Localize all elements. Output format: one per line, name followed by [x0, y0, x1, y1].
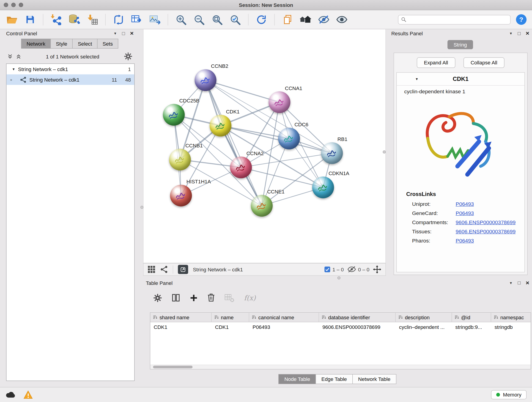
- add-column-plus-icon[interactable]: [190, 294, 198, 302]
- network-item-row[interactable]: ● String Network – cdk1 11 48: [6, 74, 134, 85]
- left-splitter-handle[interactable]: [140, 206, 143, 209]
- import-network-database-button[interactable]: [68, 13, 81, 26]
- network-node-rb1[interactable]: [321, 142, 343, 164]
- zoom-selected-button[interactable]: [229, 13, 242, 26]
- crosslink-link[interactable]: 9606.ENSP00000378699: [456, 228, 516, 235]
- zoom-window-button[interactable]: [19, 3, 23, 7]
- crosslink-link[interactable]: P06493: [456, 237, 474, 244]
- grid-view-icon[interactable]: [147, 265, 155, 273]
- close-panel-icon[interactable]: ×: [130, 30, 133, 36]
- tab-node-table[interactable]: Node Table: [279, 374, 316, 384]
- network-from-table-button[interactable]: [130, 13, 143, 26]
- float-panel-icon[interactable]: □: [122, 31, 125, 36]
- float-panel-icon[interactable]: □: [518, 280, 521, 286]
- share-network-icon[interactable]: [160, 265, 168, 273]
- home-view-button[interactable]: [299, 13, 312, 26]
- gene-expander-icon[interactable]: ▼: [415, 77, 418, 81]
- right-splitter-handle[interactable]: [383, 150, 386, 153]
- network-node-hist1h1a[interactable]: [170, 185, 192, 206]
- selected-checkbox-icon[interactable]: [324, 267, 330, 272]
- network-view[interactable]: CCNB2CCNA1CDC25BCDK1CDC6RB1CCNB1CCNA2CDK…: [143, 29, 386, 263]
- collapse-all-button[interactable]: Collapse All: [463, 57, 505, 68]
- panel-menu-icon[interactable]: ▼: [114, 32, 117, 35]
- collapse-all-icon[interactable]: [7, 53, 13, 59]
- tree-expander-icon[interactable]: ▼: [12, 67, 15, 71]
- zoom-out-button[interactable]: [192, 13, 206, 26]
- tab-network-table[interactable]: Network Table: [352, 374, 396, 384]
- hide-selection-button[interactable]: [317, 13, 330, 26]
- search-input[interactable]: [408, 17, 507, 22]
- crosslink-link[interactable]: P06493: [456, 201, 474, 207]
- scrollbar-thumb[interactable]: [153, 366, 193, 368]
- tab-style[interactable]: Style: [51, 39, 73, 49]
- column-header-database-identifier[interactable]: database identifier: [319, 313, 396, 322]
- tab-edge-table[interactable]: Edge Table: [316, 374, 353, 384]
- open-in-window-button[interactable]: [178, 265, 188, 274]
- column-header-namespac[interactable]: namespac: [491, 313, 531, 322]
- cloud-icon[interactable]: [6, 391, 16, 399]
- zoom-in-button[interactable]: [175, 13, 188, 26]
- table-row[interactable]: CDK1CDK1P064939606.ENSP00000378699cyclin…: [150, 322, 531, 332]
- table-settings-gear-icon[interactable]: [153, 294, 162, 302]
- expand-all-icon[interactable]: [16, 53, 21, 59]
- tab-select[interactable]: Select: [72, 39, 98, 49]
- protein-squiggle-icon: [234, 161, 248, 174]
- panel-menu-icon[interactable]: ▼: [509, 281, 513, 285]
- close-panel-icon[interactable]: ×: [526, 280, 529, 286]
- network-node-ccna2[interactable]: [230, 157, 252, 178]
- warning-icon[interactable]: [24, 390, 33, 399]
- column-header-canonical-name[interactable]: canonical name: [249, 313, 319, 322]
- gear-icon[interactable]: [124, 52, 132, 61]
- import-network-file-button[interactable]: [50, 13, 63, 26]
- gene-description: cyclin-dependent kinase 1: [397, 85, 525, 95]
- show-all-button[interactable]: [336, 13, 348, 26]
- control-panel-tabs: Network Style Select Sets: [3, 39, 136, 49]
- network-node-ccnb1[interactable]: [169, 149, 191, 171]
- bottom-splitter-handle[interactable]: [337, 276, 341, 279]
- node-table[interactable]: shared namenamecanonical namedatabase id…: [150, 313, 531, 370]
- save-session-button[interactable]: [24, 13, 37, 26]
- search-field[interactable]: [398, 15, 510, 24]
- network-node-cdk1[interactable]: [210, 115, 231, 137]
- column-header-description[interactable]: description: [396, 313, 452, 322]
- minimize-window-button[interactable]: [11, 3, 16, 7]
- column-header-shared-name[interactable]: shared name: [150, 313, 212, 322]
- crosslink-link[interactable]: P06493: [456, 210, 474, 216]
- toolbar-separator: [168, 14, 168, 25]
- expand-all-button[interactable]: Expand All: [417, 57, 455, 68]
- gene-card-header[interactable]: ▼ CDK1: [397, 73, 525, 85]
- column-header--id[interactable]: @id: [452, 313, 491, 322]
- column-header-name[interactable]: name: [212, 313, 249, 322]
- network-node-ccne1[interactable]: [251, 195, 273, 217]
- open-session-button[interactable]: [6, 13, 19, 26]
- network-collection-row[interactable]: ▼ String Network – cdk1 1: [6, 64, 134, 75]
- network-from-selection-button[interactable]: [112, 13, 125, 26]
- refresh-button[interactable]: [255, 13, 268, 26]
- network-node-cdc25b[interactable]: [163, 104, 185, 126]
- network-node-ccna1[interactable]: [268, 91, 290, 113]
- network-node-ccnb2[interactable]: [195, 69, 216, 91]
- network-node-cdkn1a[interactable]: [312, 177, 334, 198]
- zoom-fit-button[interactable]: [210, 13, 224, 26]
- copy-document-button[interactable]: [281, 13, 294, 26]
- tab-sets[interactable]: Sets: [97, 39, 118, 49]
- import-table-button[interactable]: [86, 13, 99, 26]
- crosslink-link[interactable]: 9606.ENSP00000378699: [456, 219, 516, 225]
- delete-trash-icon[interactable]: [207, 294, 215, 302]
- network-node-cdc6[interactable]: [278, 128, 300, 149]
- export-image-button[interactable]: [148, 13, 161, 26]
- memory-button[interactable]: Memory: [491, 390, 526, 399]
- network-edge[interactable]: [206, 80, 262, 206]
- show-columns-icon[interactable]: [171, 293, 180, 302]
- close-window-button[interactable]: [4, 3, 8, 7]
- float-panel-icon[interactable]: □: [518, 31, 521, 36]
- pan-crosshair-icon[interactable]: [373, 265, 381, 274]
- tab-string[interactable]: String: [447, 40, 473, 49]
- horizontal-scrollbar[interactable]: [150, 365, 531, 369]
- help-button[interactable]: ?: [516, 14, 526, 25]
- panel-menu-icon[interactable]: ▼: [509, 32, 513, 35]
- network-edge[interactable]: [241, 167, 323, 187]
- network-edge[interactable]: [206, 80, 279, 102]
- close-panel-icon[interactable]: ×: [526, 30, 529, 36]
- tab-network[interactable]: Network: [21, 39, 51, 49]
